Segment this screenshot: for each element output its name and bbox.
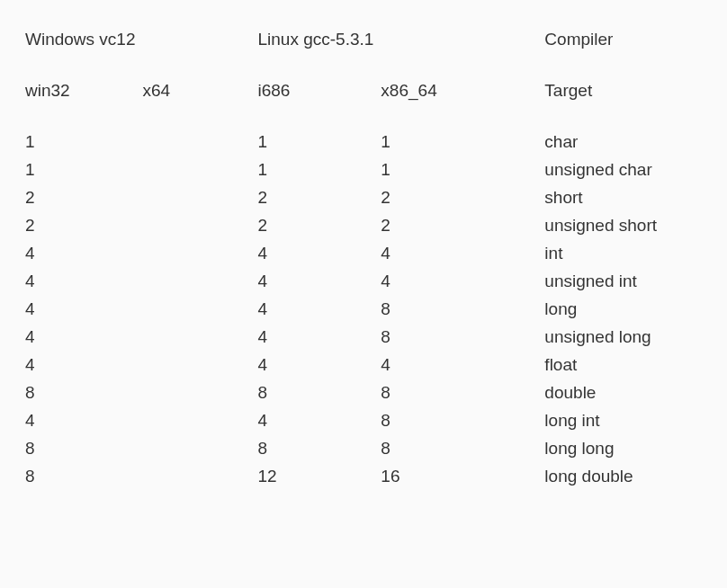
- table-row: 444int: [22, 239, 705, 267]
- cell-win32: 4: [22, 295, 139, 323]
- cell-x8664: 4: [377, 351, 541, 379]
- table-row: 222unsigned short: [22, 211, 705, 239]
- cell-x64: [139, 406, 255, 434]
- cell-type-label: double: [541, 379, 705, 406]
- cell-x8664: 16: [377, 462, 541, 490]
- cell-x64: [139, 211, 255, 239]
- table-row: 448long: [22, 295, 705, 323]
- cell-x8664: 1: [377, 128, 541, 156]
- table-row: 111char: [22, 128, 705, 156]
- cell-win32: 4: [22, 239, 139, 267]
- table-row: 222short: [22, 183, 705, 211]
- compiler-windows: Windows vc12: [22, 25, 139, 53]
- table-row: 444unsigned int: [22, 267, 705, 295]
- cell-i686: 4: [255, 406, 378, 434]
- cell-type-label: long: [541, 295, 705, 323]
- cell-type-label: unsigned int: [541, 267, 705, 295]
- cell-type-label: char: [541, 128, 705, 156]
- cell-x64: [139, 379, 255, 406]
- cell-x8664: 8: [377, 323, 541, 351]
- cell-i686: 2: [255, 183, 378, 211]
- cell-x64: [139, 295, 255, 323]
- table-row: 448unsigned long: [22, 323, 705, 351]
- cell-x64: [139, 351, 255, 379]
- compiler-linux-span: [377, 25, 541, 53]
- cell-type-label: float: [541, 351, 705, 379]
- cell-i686: 1: [255, 156, 378, 183]
- cell-x64: [139, 462, 255, 490]
- cell-win32: 4: [22, 323, 139, 351]
- cell-x8664: 1: [377, 156, 541, 183]
- cell-win32: 1: [22, 156, 139, 183]
- cell-type-label: unsigned long: [541, 323, 705, 351]
- cell-i686: 4: [255, 295, 378, 323]
- compiler-windows-span: [139, 25, 255, 53]
- compiler-header-row: Windows vc12 Linux gcc-5.3.1 Compiler: [22, 25, 705, 53]
- cell-type-label: long long: [541, 434, 705, 462]
- cell-win32: 8: [22, 379, 139, 406]
- cell-x8664: 8: [377, 295, 541, 323]
- cell-x8664: 4: [377, 239, 541, 267]
- cell-type-label: short: [541, 183, 705, 211]
- cell-type-label: unsigned char: [541, 156, 705, 183]
- type-size-table: Windows vc12 Linux gcc-5.3.1 Compiler wi…: [22, 25, 705, 490]
- cell-win32: 2: [22, 183, 139, 211]
- cell-i686: 4: [255, 351, 378, 379]
- cell-x64: [139, 239, 255, 267]
- target-i686: i686: [255, 76, 378, 104]
- cell-win32: 4: [22, 267, 139, 295]
- cell-x64: [139, 434, 255, 462]
- table-row: 81216long double: [22, 462, 705, 490]
- cell-win32: 2: [22, 211, 139, 239]
- target-x8664: x86_64: [377, 76, 541, 104]
- cell-x8664: 2: [377, 211, 541, 239]
- compiler-linux: Linux gcc-5.3.1: [255, 25, 378, 53]
- cell-x8664: 8: [377, 434, 541, 462]
- target-label: Target: [541, 76, 705, 104]
- compiler-label: Compiler: [541, 25, 705, 53]
- cell-i686: 8: [255, 379, 378, 406]
- cell-x64: [139, 156, 255, 183]
- cell-win32: 8: [22, 434, 139, 462]
- cell-i686: 8: [255, 434, 378, 462]
- spacer-row: [22, 53, 705, 76]
- cell-i686: 4: [255, 267, 378, 295]
- cell-x64: [139, 128, 255, 156]
- cell-type-label: long int: [541, 406, 705, 434]
- cell-type-label: long double: [541, 462, 705, 490]
- cell-i686: 4: [255, 323, 378, 351]
- cell-type-label: unsigned short: [541, 211, 705, 239]
- cell-win32: 4: [22, 406, 139, 434]
- table-row: 448long int: [22, 406, 705, 434]
- cell-x64: [139, 323, 255, 351]
- cell-i686: 1: [255, 128, 378, 156]
- cell-win32: 4: [22, 351, 139, 379]
- target-header-row: win32 x64 i686 x86_64 Target: [22, 76, 705, 104]
- cell-x8664: 8: [377, 406, 541, 434]
- cell-x8664: 4: [377, 267, 541, 295]
- cell-type-label: int: [541, 239, 705, 267]
- cell-x8664: 8: [377, 379, 541, 406]
- table-row: 444float: [22, 351, 705, 379]
- target-x64: x64: [139, 76, 255, 104]
- cell-i686: 4: [255, 239, 378, 267]
- table-row: 111unsigned char: [22, 156, 705, 183]
- cell-i686: 2: [255, 211, 378, 239]
- cell-i686: 12: [255, 462, 378, 490]
- table-row: 888long long: [22, 434, 705, 462]
- cell-win32: 8: [22, 462, 139, 490]
- target-win32: win32: [22, 76, 139, 104]
- cell-x64: [139, 267, 255, 295]
- table-row: 888double: [22, 379, 705, 406]
- spacer-row: [22, 104, 705, 128]
- cell-x64: [139, 183, 255, 211]
- cell-x8664: 2: [377, 183, 541, 211]
- cell-win32: 1: [22, 128, 139, 156]
